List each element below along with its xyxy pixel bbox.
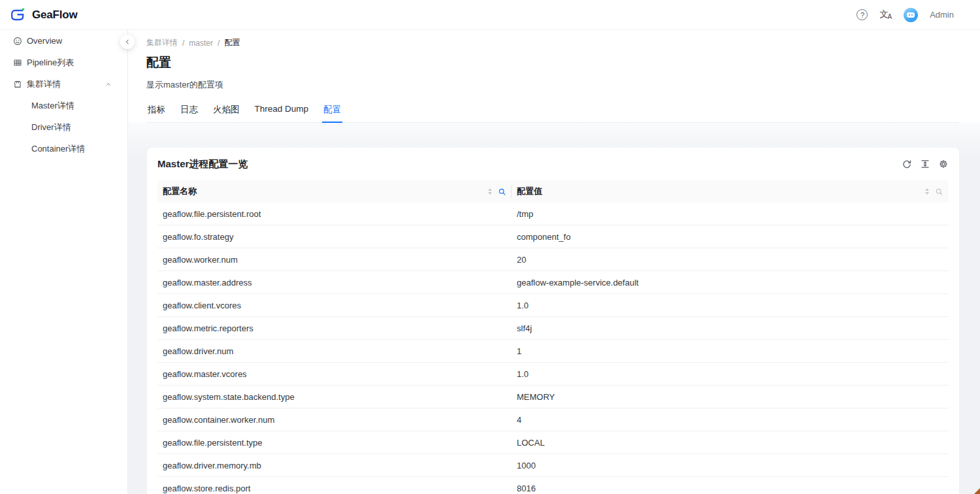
tab-thread-dump[interactable]: Thread Dump	[253, 99, 310, 122]
settings-button[interactable]	[938, 159, 949, 169]
sidebar-item-label: Overview	[27, 36, 62, 46]
reload-icon	[902, 159, 912, 169]
language-icon[interactable]: 文A	[879, 10, 892, 20]
column-header-config-value[interactable]: 配置值	[512, 180, 949, 203]
table-header-row: 配置名称 配置值	[157, 180, 949, 203]
config-value-cell: 1.0	[512, 369, 949, 379]
sorter-icon[interactable]	[488, 188, 492, 195]
table-row[interactable]: geaflow.file.persistent.root /tmp	[157, 203, 949, 225]
tab-flame-graph[interactable]: 火焰图	[212, 99, 241, 122]
breadcrumb-item-current: 配置	[224, 37, 240, 48]
table-row[interactable]: geaflow.store.redis.port 8016	[157, 477, 949, 494]
config-value-cell: /tmp	[512, 209, 949, 219]
sidebar-item-container-detail[interactable]: Container详情	[0, 138, 127, 159]
config-card: Master进程配置一览	[147, 148, 959, 494]
config-key-cell: geaflow.file.persistent.root	[157, 209, 512, 219]
page-header: 集群详情 / master / 配置 配置 显示master的配置项 指标 日志…	[128, 30, 980, 123]
config-table: 配置名称 配置值	[157, 180, 949, 494]
main-area: 集群详情 / master / 配置 配置 显示master的配置项 指标 日志…	[128, 30, 980, 494]
search-icon[interactable]	[935, 188, 943, 196]
table-row[interactable]: geaflow.file.persistent.type LOCAL	[157, 431, 949, 454]
config-key-cell: geaflow.master.vcores	[157, 369, 512, 379]
reload-button[interactable]	[902, 159, 912, 169]
config-key-cell: geaflow.file.persistent.type	[157, 438, 512, 448]
table-row[interactable]: geaflow.worker.num 20	[157, 248, 949, 271]
config-key-cell: geaflow.fo.strategy	[157, 232, 512, 242]
config-key-cell: geaflow.driver.num	[157, 346, 512, 356]
sidebar-item-label: Master详情	[31, 100, 74, 112]
table-row[interactable]: geaflow.client.vcores 1.0	[157, 294, 949, 317]
card-title: Master进程配置一览	[157, 158, 248, 171]
smile-icon	[13, 37, 22, 46]
config-value-cell: 1.0	[512, 301, 949, 310]
card-toolbar	[902, 159, 949, 169]
user-name[interactable]: Admin	[930, 10, 954, 20]
chevron-left-icon	[124, 39, 131, 45]
sidebar-item-driver-detail[interactable]: Driver详情	[0, 116, 127, 138]
column-header-config-name[interactable]: 配置名称	[157, 180, 512, 203]
table-row[interactable]: geaflow.system.state.backend.type MEMORY	[157, 386, 949, 408]
gear-icon	[938, 159, 949, 169]
table-row[interactable]: geaflow.metric.reporters slf4j	[157, 317, 949, 340]
user-avatar[interactable]	[904, 8, 918, 22]
config-value-cell: 8016	[512, 484, 949, 493]
content-area: Master进程配置一览	[128, 123, 980, 494]
page-title: 配置	[146, 54, 959, 71]
search-icon[interactable]	[498, 188, 506, 196]
cluster-icon	[13, 80, 22, 89]
pointer-artifact	[974, 488, 980, 494]
config-value-cell: slf4j	[512, 323, 949, 333]
config-value-cell: 1	[512, 346, 949, 356]
header-actions: ? 文A Admin	[857, 8, 954, 22]
language-glyph-secondary: A	[887, 13, 892, 20]
config-value-cell: MEMORY	[512, 392, 949, 402]
table-row[interactable]: geaflow.fo.strategy component_fo	[157, 225, 949, 248]
sidebar-item-master-detail[interactable]: Master详情	[0, 95, 127, 116]
tab-config[interactable]: 配置	[322, 99, 342, 122]
table-row[interactable]: geaflow.driver.num 1	[157, 340, 949, 363]
table-row[interactable]: geaflow.driver.memory.mb 1000	[157, 454, 949, 477]
geaflow-logo-icon	[9, 7, 26, 24]
sorter-icon[interactable]	[925, 188, 929, 195]
help-icon[interactable]: ?	[857, 9, 868, 20]
app-root: GeaFlow ? 文A Admin	[0, 0, 980, 494]
sidebar-item-label: Driver详情	[31, 122, 71, 133]
config-value-cell: geaflow-example-service.default	[512, 278, 949, 288]
config-value-cell: LOCAL	[512, 438, 949, 448]
breadcrumb-separator: /	[218, 39, 220, 48]
config-key-cell: geaflow.metric.reporters	[157, 323, 512, 333]
config-key-cell: geaflow.store.redis.port	[157, 484, 512, 493]
tab-metrics[interactable]: 指标	[146, 99, 167, 122]
tab-logs[interactable]: 日志	[179, 99, 199, 122]
config-value-cell: 1000	[512, 461, 949, 470]
brand[interactable]: GeaFlow	[9, 7, 77, 24]
config-value-cell: 20	[512, 255, 949, 265]
config-key-cell: geaflow.driver.memory.mb	[157, 461, 512, 470]
column-height-icon	[920, 159, 930, 169]
breadcrumb: 集群详情 / master / 配置	[146, 37, 959, 48]
table-row[interactable]: geaflow.master.address geaflow-example-s…	[157, 271, 949, 294]
sidebar-item-label: Container详情	[31, 143, 85, 155]
tab-bar: 指标 日志 火焰图 Thread Dump 配置	[146, 99, 959, 123]
sidebar-item-pipeline-list[interactable]: Pipeline列表	[0, 52, 127, 73]
config-key-cell: geaflow.system.state.backend.type	[157, 392, 512, 402]
page-subtitle: 显示master的配置项	[146, 79, 959, 91]
breadcrumb-separator: /	[182, 39, 184, 48]
sidebar-item-label: Pipeline列表	[27, 57, 74, 69]
table-body: geaflow.file.persistent.root /tmp geaflo…	[157, 203, 949, 494]
column-label: 配置值	[517, 186, 542, 197]
chevron-up-icon	[105, 81, 112, 88]
table-icon	[13, 58, 22, 67]
sidebar: Overview Pipeline列表	[0, 30, 128, 494]
breadcrumb-item[interactable]: 集群详情	[146, 37, 178, 48]
column-height-button[interactable]	[920, 159, 930, 169]
sidebar-item-label: 集群详情	[27, 78, 61, 90]
sidebar-collapse-button[interactable]	[120, 35, 135, 49]
config-key-cell: geaflow.master.address	[157, 278, 512, 288]
sidebar-item-cluster-detail[interactable]: 集群详情	[0, 73, 127, 95]
table-row[interactable]: geaflow.master.vcores 1.0	[157, 363, 949, 386]
avatar-robot-face-icon	[907, 12, 915, 18]
table-row[interactable]: geaflow.container.worker.num 4	[157, 408, 949, 431]
breadcrumb-item[interactable]: master	[189, 39, 213, 48]
sidebar-item-overview[interactable]: Overview	[0, 30, 127, 52]
